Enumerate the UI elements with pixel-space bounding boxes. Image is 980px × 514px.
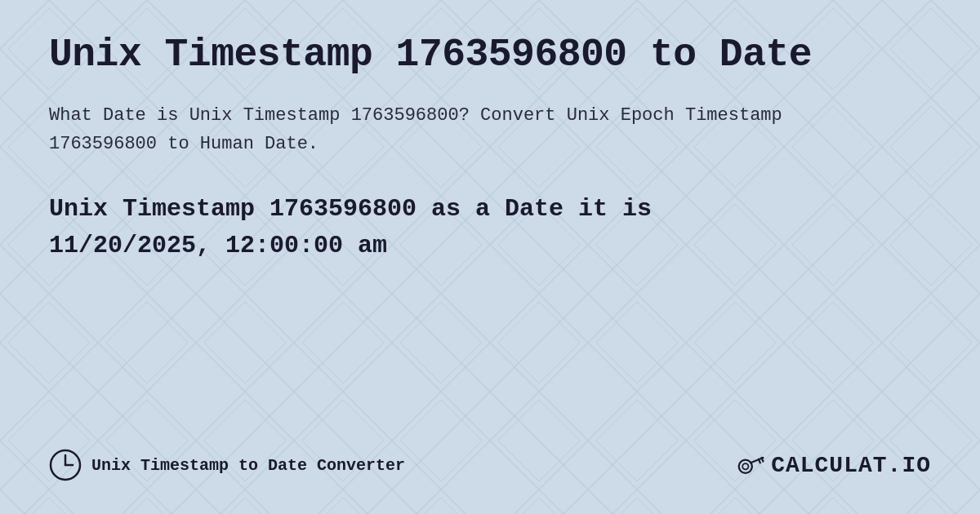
footer: Unix Timestamp to Date Converter CALCULA… bbox=[49, 432, 931, 481]
clock-icon bbox=[49, 449, 82, 481]
logo-text: CALCULAT.IO bbox=[771, 453, 931, 478]
page-title: Unix Timestamp 1763596800 to Date bbox=[49, 33, 931, 77]
svg-point-10 bbox=[742, 463, 748, 469]
result-date: 11/20/2025, 12:00:00 am bbox=[49, 232, 387, 259]
result-text: Unix Timestamp 1763596800 as a Date it i… bbox=[49, 191, 931, 264]
main-section: Unix Timestamp 1763596800 to Date What D… bbox=[49, 33, 931, 432]
svg-point-9 bbox=[739, 460, 752, 473]
result-label: Unix Timestamp 1763596800 as a Date it i… bbox=[49, 195, 652, 223]
footer-link-label: Unix Timestamp to Date Converter bbox=[91, 456, 405, 475]
logo-icon bbox=[737, 450, 766, 480]
page-content: Unix Timestamp 1763596800 to Date What D… bbox=[0, 0, 980, 514]
logo[interactable]: CALCULAT.IO bbox=[737, 450, 931, 480]
footer-left[interactable]: Unix Timestamp to Date Converter bbox=[49, 449, 405, 481]
result-section: Unix Timestamp 1763596800 as a Date it i… bbox=[49, 191, 931, 264]
page-description: What Date is Unix Timestamp 1763596800? … bbox=[49, 101, 784, 158]
